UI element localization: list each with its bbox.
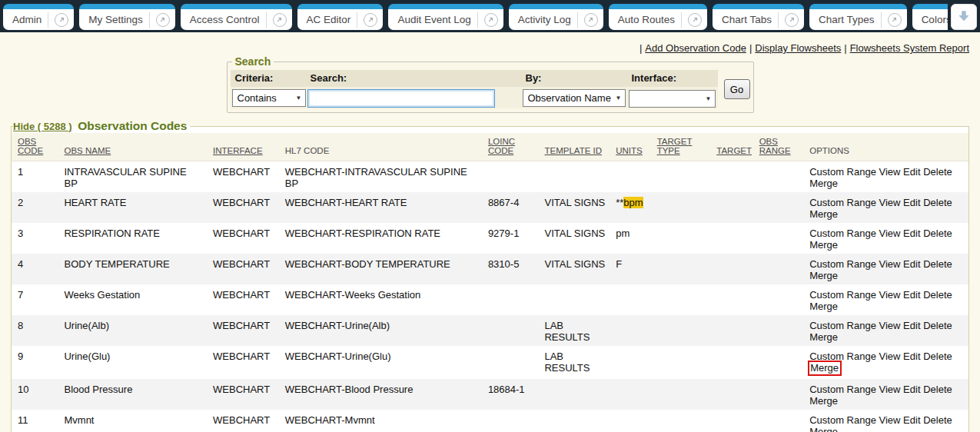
popout-icon[interactable] [584,13,598,27]
custom-range-link[interactable]: Custom Range [809,320,876,331]
delete-link[interactable]: Delete [923,197,952,208]
column-header-loinc-code[interactable]: LOINC CODE [482,133,539,161]
delete-link[interactable]: Delete [923,351,952,362]
merge-link[interactable]: Merge [809,270,838,281]
view-link[interactable]: View [879,258,901,270]
tab-audit-event-log[interactable]: Audit Event Log [388,4,503,30]
tab-access-control[interactable]: Access Control [181,4,292,30]
column-header-obs-code[interactable]: OBS CODE [12,133,58,161]
view-link[interactable]: View [879,289,901,301]
delete-link[interactable]: Delete [923,166,952,178]
delete-link[interactable]: Delete [923,228,952,239]
popout-icon[interactable] [156,13,170,27]
edit-link[interactable]: Edit [903,384,920,395]
cell-obs-code: 11 [12,410,58,432]
delete-link[interactable]: Delete [923,289,952,301]
criteria-select[interactable]: Contains ▼ [232,89,306,107]
merge-link[interactable]: Merge [809,301,838,312]
view-link[interactable]: View [879,166,901,178]
hide-link[interactable]: Hide ( 5288 ) [13,121,72,132]
merge-link[interactable]: Merge [809,239,838,251]
merge-link[interactable]: Merge [810,362,839,374]
edit-link[interactable]: Edit [903,258,920,270]
tab-colors[interactable]: Colors [912,4,948,30]
delete-link[interactable]: Delete [923,258,952,270]
view-link[interactable]: View [879,197,901,208]
delete-link[interactable]: Delete [923,414,952,426]
column-header-target[interactable]: TARGET [710,133,752,161]
edit-link[interactable]: Edit [903,320,920,331]
popout-icon[interactable] [364,13,377,27]
column-header-interface[interactable]: INTERFACE [207,133,279,161]
view-link[interactable]: View [879,351,901,362]
tab-auto-routes[interactable]: Auto Routes [609,4,707,30]
merge-link[interactable]: Merge [809,208,838,220]
column-header-label[interactable]: UNITS [616,146,643,155]
column-header-label[interactable]: TARGET TYPE [657,137,693,155]
custom-range-link[interactable]: Custom Range [809,197,876,208]
popout-icon[interactable] [55,13,68,27]
add-observation-code-link[interactable]: Add Observation Code [645,42,746,54]
edit-link[interactable]: Edit [903,289,920,301]
tab-my-settings[interactable]: My Settings [79,4,175,30]
custom-range-link[interactable]: Custom Range [809,228,876,239]
tab-chart-tabs[interactable]: Chart Tabs [713,4,804,30]
custom-range-link[interactable]: Custom Range [809,166,876,178]
delete-link[interactable]: Delete [923,320,952,331]
tab-admin[interactable]: Admin [3,4,74,30]
column-header-obs-range[interactable]: OBS RANGE [753,133,804,161]
custom-range-link[interactable]: Custom Range [809,414,876,426]
edit-link[interactable]: Edit [903,228,920,239]
cell-target [710,315,752,346]
merge-link[interactable]: Merge [809,178,838,189]
tab-divider [577,12,578,28]
column-header-label[interactable]: TARGET [716,146,752,155]
custom-range-link[interactable]: Custom Range [809,289,876,301]
edit-link[interactable]: Edit [903,351,920,362]
tab-chart-types[interactable]: Chart Types [809,4,907,30]
cell-obs-range [753,161,804,193]
column-header-hl7-code: HL7 CODE [279,133,482,161]
tabs-scroll-down-button[interactable] [951,4,977,30]
view-link[interactable]: View [879,384,901,395]
by-select[interactable]: Observation Name ▼ [523,89,626,107]
column-header-label[interactable]: LOINC CODE [488,137,515,155]
tab-ac-editor[interactable]: AC Editor [297,4,384,30]
merge-link[interactable]: Merge [809,426,838,432]
cell-units: pm [610,223,650,254]
column-header-target-type[interactable]: TARGET TYPE [651,133,711,161]
edit-link[interactable]: Edit [903,166,920,178]
column-header-obs-name[interactable]: OBS NAME [58,133,207,161]
column-header-label[interactable]: OBS RANGE [759,137,791,155]
popout-icon[interactable] [688,13,702,27]
column-header-label[interactable]: INTERFACE [213,146,263,155]
link-separator: | [841,42,849,54]
column-header-template-id[interactable]: TEMPLATE ID [538,133,610,161]
column-header-label[interactable]: OBS NAME [64,146,111,155]
tab-activity-log[interactable]: Activity Log [509,4,603,30]
edit-link[interactable]: Edit [903,414,920,426]
popout-icon[interactable] [273,13,287,27]
display-flowsheets-link[interactable]: Display Flowsheets [755,42,841,54]
merge-link[interactable]: Merge [809,331,838,343]
go-button[interactable]: Go [724,79,750,99]
view-link[interactable]: View [879,228,901,239]
popout-icon[interactable] [785,13,799,27]
flowsheets-system-report-link[interactable]: Flowsheets System Report [850,42,969,54]
column-header-label[interactable]: TEMPLATE ID [544,146,602,155]
column-header-label[interactable]: OBS CODE [18,137,43,155]
cell-interface: WEBCHART [207,410,279,432]
view-link[interactable]: View [879,320,901,331]
custom-range-link[interactable]: Custom Range [809,258,876,270]
custom-range-link[interactable]: Custom Range [809,384,876,395]
column-header-units[interactable]: UNITS [610,133,650,161]
merge-link[interactable]: Merge [809,395,838,407]
popout-icon[interactable] [888,13,902,27]
popout-icon[interactable] [484,13,498,27]
interface-select[interactable]: ▼ [629,90,716,108]
edit-link[interactable]: Edit [903,197,920,208]
column-header-label: OPTIONS [809,146,849,155]
delete-link[interactable]: Delete [923,384,952,395]
search-input[interactable] [307,89,495,108]
view-link[interactable]: View [879,414,901,426]
